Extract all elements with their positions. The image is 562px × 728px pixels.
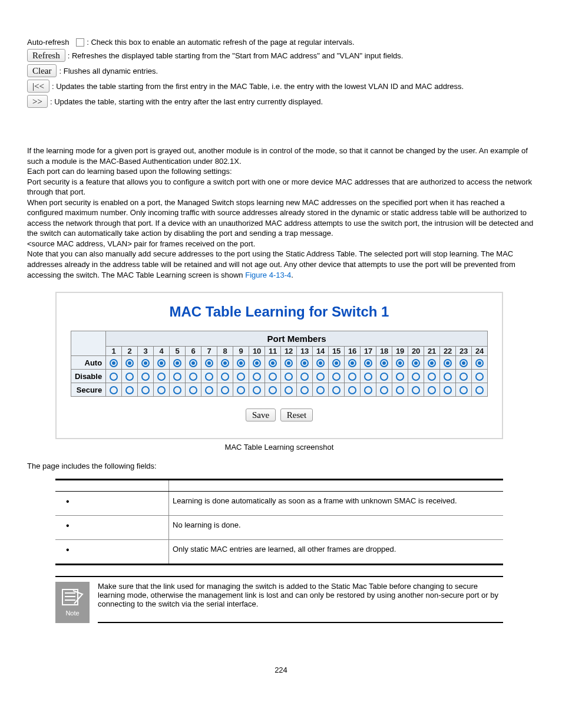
radio-auto-port-1[interactable] [110,359,118,367]
radio-secure-port-10[interactable] [253,386,261,394]
clear-button[interactable]: Clear [27,64,57,77]
radio-secure-port-18[interactable] [380,386,388,394]
radio-disable-port-9[interactable] [237,373,245,381]
radio-auto-port-22[interactable] [444,359,452,367]
radio-disable-port-21[interactable] [428,373,436,381]
radio-secure-port-6[interactable] [189,386,197,394]
radio-disable-port-23[interactable] [459,373,468,381]
radio-disable-port-8[interactable] [221,373,229,381]
port-col-17: 17 [361,347,376,356]
radio-disable-port-1[interactable] [110,373,118,381]
radio-disable-port-12[interactable] [285,373,293,381]
radio-secure-port-12[interactable] [285,386,293,394]
body-paragraph: When port security is enabled on a port,… [27,197,535,239]
radio-disable-port-14[interactable] [316,373,325,381]
radio-auto-port-13[interactable] [300,359,309,367]
radio-disable-port-6[interactable] [189,373,197,381]
radio-disable-port-10[interactable] [253,373,261,381]
save-button[interactable]: Save [246,409,276,421]
radio-secure-port-4[interactable] [157,386,166,394]
first-page-button[interactable]: |<< [27,80,49,93]
radio-disable-port-16[interactable] [348,373,356,381]
radio-secure-port-17[interactable] [364,386,372,394]
first-desc: : Updates the table starting from the fi… [52,82,464,91]
radio-disable-port-3[interactable] [141,373,150,381]
radio-secure-port-21[interactable] [428,386,436,394]
next-page-button[interactable]: >> [27,95,48,108]
radio-secure-port-23[interactable] [459,386,468,394]
body-paragraph: Note that you can also manually add secu… [27,249,535,280]
radio-secure-port-16[interactable] [348,386,356,394]
radio-disable-port-11[interactable] [269,373,277,381]
port-col-8: 8 [217,347,233,356]
radio-secure-port-5[interactable] [173,386,181,394]
radio-auto-port-12[interactable] [285,359,293,367]
radio-disable-port-22[interactable] [444,373,452,381]
clear-desc: : Flushes all dynamic entries. [59,67,158,75]
radio-secure-port-3[interactable] [141,386,150,394]
radio-secure-port-9[interactable] [237,386,245,394]
radio-secure-port-7[interactable] [205,386,213,394]
radio-auto-port-5[interactable] [173,359,181,367]
radio-secure-port-13[interactable] [300,386,309,394]
radio-disable-port-7[interactable] [205,373,213,381]
radio-auto-port-9[interactable] [237,359,245,367]
autorefresh-label: Auto-refresh [27,38,70,47]
radio-secure-port-19[interactable] [396,386,404,394]
radio-disable-port-17[interactable] [364,373,372,381]
radio-auto-port-4[interactable] [157,359,166,367]
port-col-11: 11 [265,347,281,356]
radio-auto-port-24[interactable] [475,359,484,367]
radio-auto-port-2[interactable] [125,359,134,367]
radio-auto-port-23[interactable] [459,359,468,367]
radio-disable-port-5[interactable] [173,373,181,381]
radio-auto-port-7[interactable] [205,359,213,367]
radio-disable-port-15[interactable] [332,373,340,381]
radio-disable-port-20[interactable] [412,373,420,381]
radio-secure-port-20[interactable] [412,386,420,394]
radio-secure-port-11[interactable] [269,386,277,394]
radio-auto-port-8[interactable] [221,359,229,367]
radio-secure-port-22[interactable] [444,386,452,394]
figure-link[interactable]: Figure 4-13-4 [245,271,291,279]
radio-secure-port-1[interactable] [110,386,118,394]
port-col-23: 23 [456,347,472,356]
radio-auto-port-16[interactable] [348,359,356,367]
radio-secure-port-15[interactable] [332,386,340,394]
radio-auto-port-14[interactable] [316,359,325,367]
radio-auto-port-3[interactable] [141,359,150,367]
figure-caption: MAC Table Learning screenshot [55,443,503,452]
row-label-disable: Disable [71,370,105,383]
radio-disable-port-24[interactable] [475,373,484,381]
radio-auto-port-18[interactable] [380,359,388,367]
radio-auto-port-11[interactable] [269,359,277,367]
field-desc: Only static MAC entries are learned, all… [169,539,504,564]
radio-auto-port-15[interactable] [332,359,340,367]
radio-secure-port-2[interactable] [125,386,134,394]
port-col-21: 21 [424,347,440,356]
mac-table-learning-figure: MAC Table Learning for Switch 1 Port Mem… [55,292,503,439]
radio-auto-port-6[interactable] [189,359,197,367]
radio-auto-port-21[interactable] [428,359,436,367]
radio-auto-port-10[interactable] [253,359,261,367]
refresh-desc: : Refreshes the displayed table starting… [68,51,404,60]
port-col-13: 13 [297,347,313,356]
radio-disable-port-18[interactable] [380,373,388,381]
radio-disable-port-13[interactable] [300,373,309,381]
port-col-22: 22 [440,347,456,356]
autorefresh-checkbox[interactable] [76,38,84,47]
radio-secure-port-8[interactable] [221,386,229,394]
radio-auto-port-19[interactable] [396,359,404,367]
port-col-2: 2 [122,347,138,356]
radio-disable-port-2[interactable] [125,373,134,381]
radio-auto-port-20[interactable] [412,359,420,367]
radio-disable-port-19[interactable] [396,373,404,381]
radio-disable-port-4[interactable] [157,373,166,381]
radio-secure-port-14[interactable] [316,386,325,394]
field-bullet [55,515,169,539]
reset-button[interactable]: Reset [280,409,313,421]
radio-secure-port-24[interactable] [475,386,484,394]
radio-auto-port-17[interactable] [364,359,372,367]
refresh-button[interactable]: Refresh [27,49,65,62]
autorefresh-desc: : Check this box to enable an automatic … [87,38,355,47]
